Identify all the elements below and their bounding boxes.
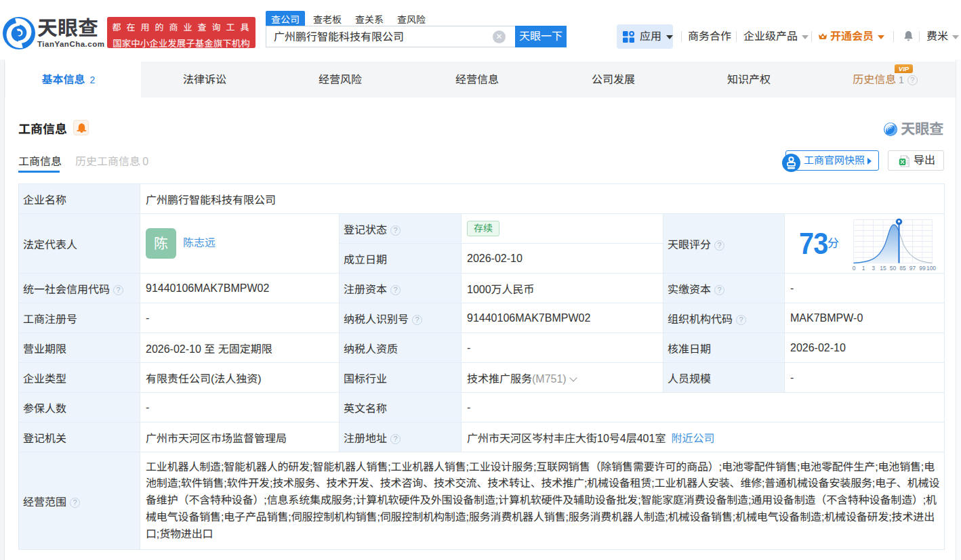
svg-text:99: 99	[919, 265, 926, 272]
svg-text:15: 15	[880, 265, 886, 272]
svg-text:1: 1	[862, 265, 865, 272]
svg-text:0: 0	[853, 265, 856, 272]
svg-text:3: 3	[872, 265, 875, 272]
svg-text:85: 85	[899, 265, 906, 272]
svg-text:100: 100	[926, 265, 936, 272]
svg-text:50: 50	[890, 265, 897, 272]
svg-text:97: 97	[909, 265, 916, 272]
